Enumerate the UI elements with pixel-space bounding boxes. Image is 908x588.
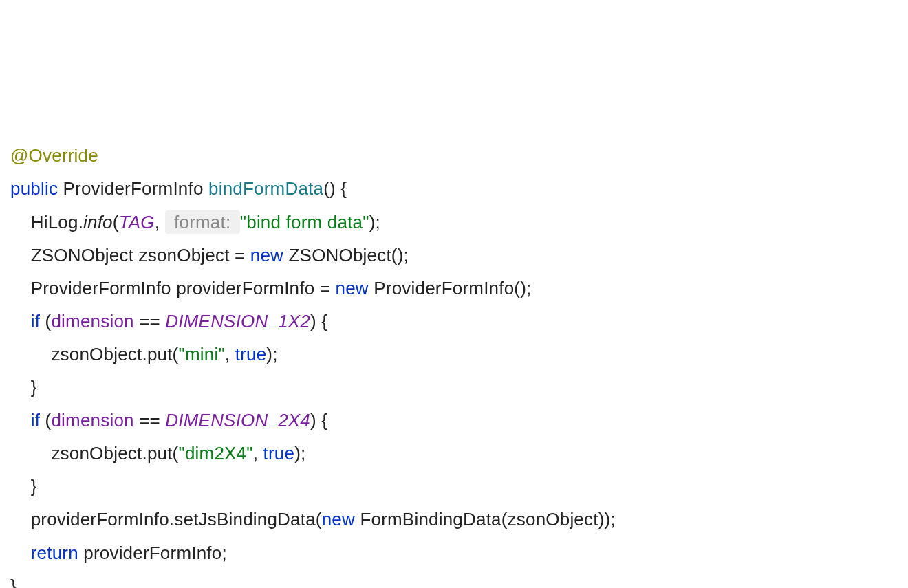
keyword-true: true [263,443,295,464]
string-bindformdata: "bind form data" [240,212,369,232]
indent [10,311,31,331]
keyword-new: new [322,509,355,530]
brace-close: } [10,377,37,398]
comma: , [253,443,263,464]
string-dim2x4: "dim2X4" [178,443,252,464]
brace-open: ) { [310,410,327,431]
string-mini: "mini" [178,344,224,364]
stmt-end: ); [294,443,305,464]
stmt-end: ); [266,344,277,364]
field-dimension: dimension [51,410,133,431]
brace-open: () { [323,178,347,199]
method-bindformdata: bindFormData [208,178,323,199]
call-put: zsonObject.put( [10,344,178,364]
decl-zsonobject: ZSONObject zsonObject = [10,245,250,265]
constant-dimension-2x4: DIMENSION_2X4 [165,410,310,431]
keyword-new: new [336,278,369,298]
type-providerforminfo: ProviderFormInfo [58,178,208,199]
paren-open: ( [40,410,51,431]
constant-tag: TAG [119,212,155,232]
code-block: @Override public ProviderFormInfo bindFo… [10,139,898,588]
paren-open: ( [40,311,51,331]
brace-open: ) { [310,311,327,331]
op-eq: == [134,311,166,331]
ctor-zsonobject: ZSONObject(); [283,245,409,265]
ctor-formbindingdata: FormBindingData(zsonObject)); [355,509,616,530]
comma: , [225,344,235,364]
annotation-override: @Override [10,145,98,166]
field-dimension: dimension [51,311,133,331]
stmt-end: ); [369,212,380,232]
op-eq: == [134,410,166,431]
keyword-return: return [31,543,78,563]
comma: , [155,212,165,232]
keyword-new: new [250,245,283,265]
indent [10,543,31,563]
call-hilog: HiLog. [10,212,83,232]
brace-close: } [10,576,17,588]
hint-format: format: [165,210,240,234]
paren-open: ( [113,212,119,232]
keyword-if: if [31,410,40,431]
keyword-true: true [235,344,267,364]
indent [10,410,31,431]
constant-dimension-1x2: DIMENSION_1X2 [165,311,310,331]
method-info: info [83,212,113,232]
keyword-if: if [31,311,40,331]
call-setjsbindingdata: providerFormInfo.setJsBindingData( [10,509,322,530]
keyword-public: public [10,178,58,199]
decl-providerforminfo: ProviderFormInfo providerFormInfo = [10,278,336,298]
return-value: providerFormInfo; [78,543,227,563]
brace-close: } [10,476,37,497]
ctor-providerforminfo: ProviderFormInfo(); [369,278,532,298]
call-put: zsonObject.put( [10,443,178,464]
